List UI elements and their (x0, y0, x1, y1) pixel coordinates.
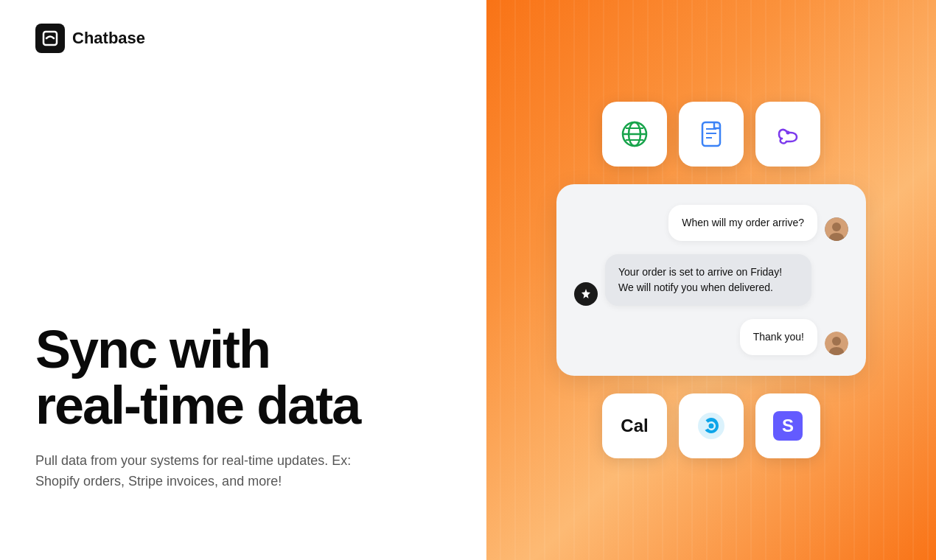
stripe-s-logo: S (773, 411, 803, 441)
chat-window: When will my order arrive? (556, 184, 866, 376)
document-icon (695, 118, 727, 150)
globe-icon-card (602, 102, 667, 167)
svg-point-12 (832, 223, 841, 231)
chat-message-user-2: Thank you! (574, 319, 848, 355)
svg-point-18 (709, 424, 714, 429)
hero-description: Pull data from your systems for real-tim… (35, 451, 389, 492)
document-icon-card (679, 102, 744, 167)
right-panel: When will my order arrive? (486, 0, 936, 560)
user-avatar-2 (825, 332, 848, 355)
bottom-icon-row: Cal S (602, 393, 820, 458)
webhook-icon (772, 118, 804, 150)
right-content: When will my order arrive? (534, 102, 888, 458)
chatbase-logo-icon (35, 24, 65, 53)
chatbase-icon-card (679, 393, 744, 458)
cal-label: Cal (621, 416, 648, 436)
hero-content: Sync with real-time data Pull data from … (35, 322, 451, 492)
user-bubble-1: When will my order arrive? (668, 205, 817, 241)
svg-point-10 (786, 131, 790, 135)
logo-name: Chatbase (72, 29, 145, 48)
cal-icon-card: Cal (602, 393, 667, 458)
chat-message-bot-1: Your order is set to arrive on Friday! W… (574, 254, 848, 306)
top-icon-row (602, 102, 820, 167)
chat-message-user-1: When will my order arrive? (574, 205, 848, 241)
globe-icon (618, 118, 651, 150)
user-avatar-1 (825, 217, 848, 241)
bot-avatar (574, 282, 598, 306)
webhook-icon-card (755, 102, 820, 167)
left-panel: Chatbase Sync with real-time data Pull d… (0, 0, 486, 560)
bot-bubble-1: Your order is set to arrive on Friday! W… (605, 254, 811, 306)
chatbase-c-icon (695, 410, 727, 442)
user-bubble-2: Thank you! (740, 319, 817, 355)
logo-area: Chatbase (35, 24, 451, 53)
svg-point-15 (832, 337, 841, 346)
svg-rect-0 (43, 32, 57, 45)
stripe-icon-card: S (755, 393, 820, 458)
hero-title: Sync with real-time data (35, 322, 451, 433)
